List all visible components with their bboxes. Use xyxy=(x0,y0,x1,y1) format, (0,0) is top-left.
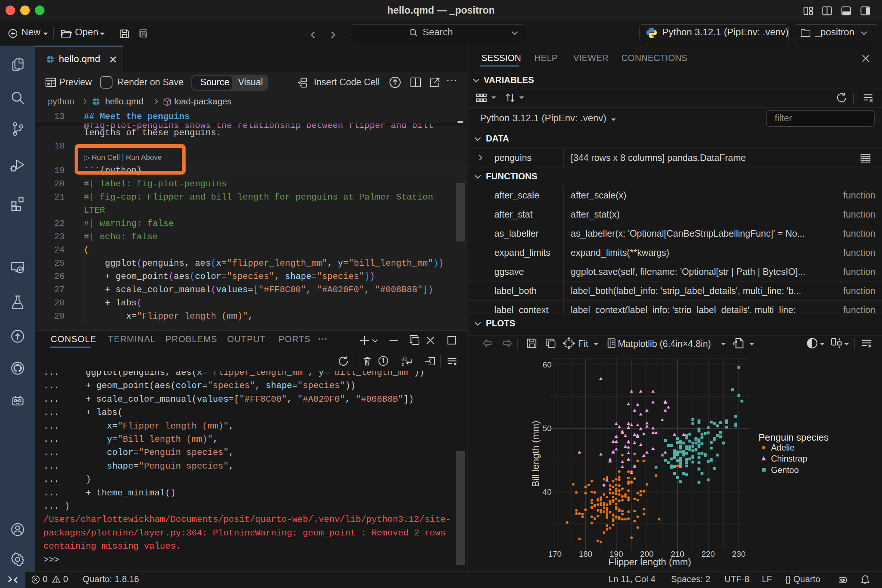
svg-text:Flipper length (mm): Flipper length (mm) xyxy=(608,556,691,567)
svg-text:220: 220 xyxy=(702,549,715,559)
svg-text:c: c xyxy=(402,361,405,367)
svg-text:40: 40 xyxy=(543,487,552,496)
svg-text:180: 180 xyxy=(579,549,592,559)
svg-text:Gentoo: Gentoo xyxy=(771,465,799,475)
svg-text:170: 170 xyxy=(548,549,562,559)
svg-text:Penguin species: Penguin species xyxy=(759,432,829,443)
svg-text:Adelie: Adelie xyxy=(771,443,795,452)
svg-text:Bill length (mm): Bill length (mm) xyxy=(530,421,541,487)
svg-text:60: 60 xyxy=(543,360,552,369)
svg-text:Chinstrap: Chinstrap xyxy=(771,454,807,464)
svg-text:50: 50 xyxy=(543,424,552,433)
svg-text:230: 230 xyxy=(732,549,746,559)
